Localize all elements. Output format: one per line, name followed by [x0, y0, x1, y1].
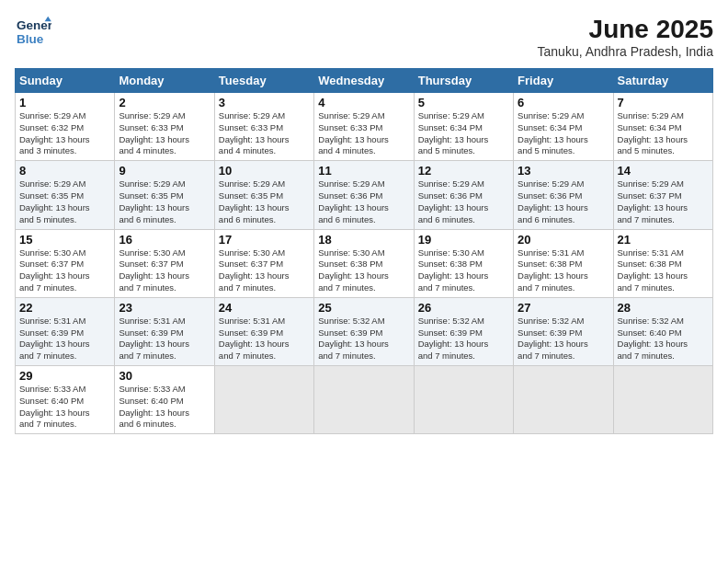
day-info: Sunrise: 5:29 AMSunset: 6:33 PMDaylight:…: [219, 110, 310, 157]
table-row: 12Sunrise: 5:29 AMSunset: 6:36 PMDayligh…: [414, 161, 513, 229]
table-row: 2Sunrise: 5:29 AMSunset: 6:33 PMDaylight…: [115, 93, 214, 161]
day-number: 10: [219, 164, 310, 178]
day-info: Sunrise: 5:29 AMSunset: 6:32 PMDaylight:…: [19, 110, 110, 157]
day-number: 16: [119, 233, 210, 247]
page: General Blue June 2025 Tanuku, Andhra Pr…: [0, 0, 728, 563]
day-number: 13: [518, 164, 609, 178]
header-sunday: Sunday: [16, 69, 115, 93]
svg-text:Blue: Blue: [17, 32, 44, 46]
day-number: 3: [219, 96, 310, 109]
day-number: 29: [19, 369, 110, 383]
logo: General Blue: [15, 15, 51, 48]
day-number: 22: [19, 301, 110, 315]
table-row: 29Sunrise: 5:33 AMSunset: 6:40 PMDayligh…: [16, 366, 115, 434]
day-info: Sunrise: 5:30 AMSunset: 6:37 PMDaylight:…: [119, 247, 210, 294]
table-row: 23Sunrise: 5:31 AMSunset: 6:39 PMDayligh…: [115, 297, 214, 365]
header-saturday: Saturday: [613, 69, 712, 93]
day-number: 14: [618, 164, 709, 178]
table-row: 11Sunrise: 5:29 AMSunset: 6:36 PMDayligh…: [314, 161, 414, 229]
table-row: 10Sunrise: 5:29 AMSunset: 6:35 PMDayligh…: [214, 161, 313, 229]
table-row: 20Sunrise: 5:31 AMSunset: 6:38 PMDayligh…: [514, 229, 613, 297]
table-row: 7Sunrise: 5:29 AMSunset: 6:34 PMDaylight…: [613, 93, 712, 161]
day-info: Sunrise: 5:29 AMSunset: 6:36 PMDaylight:…: [318, 178, 409, 225]
table-row: 6Sunrise: 5:29 AMSunset: 6:34 PMDaylight…: [514, 93, 613, 161]
table-row: 9Sunrise: 5:29 AMSunset: 6:35 PMDaylight…: [115, 161, 214, 229]
day-info: Sunrise: 5:29 AMSunset: 6:33 PMDaylight:…: [119, 110, 210, 157]
day-number: 17: [219, 233, 310, 247]
day-info: Sunrise: 5:33 AMSunset: 6:40 PMDaylight:…: [119, 384, 210, 431]
day-info: Sunrise: 5:30 AMSunset: 6:37 PMDaylight:…: [219, 247, 310, 294]
day-number: 4: [318, 96, 409, 109]
day-info: Sunrise: 5:31 AMSunset: 6:39 PMDaylight:…: [119, 316, 210, 362]
day-number: 15: [19, 233, 110, 247]
day-number: 18: [318, 233, 409, 247]
subtitle: Tanuku, Andhra Pradesh, India: [538, 44, 713, 59]
header-friday: Friday: [514, 69, 613, 93]
header-wednesday: Wednesday: [314, 69, 414, 93]
day-number: 9: [119, 164, 210, 178]
day-info: Sunrise: 5:31 AMSunset: 6:38 PMDaylight:…: [518, 247, 609, 294]
day-info: Sunrise: 5:29 AMSunset: 6:37 PMDaylight:…: [618, 178, 709, 225]
table-row: 19Sunrise: 5:30 AMSunset: 6:38 PMDayligh…: [414, 229, 513, 297]
table-row: 5Sunrise: 5:29 AMSunset: 6:34 PMDaylight…: [414, 93, 513, 161]
day-info: Sunrise: 5:29 AMSunset: 6:35 PMDaylight:…: [119, 178, 210, 225]
day-info: Sunrise: 5:33 AMSunset: 6:40 PMDaylight:…: [19, 384, 110, 431]
day-number: 28: [618, 301, 709, 315]
day-number: 1: [19, 96, 110, 109]
table-row: 4Sunrise: 5:29 AMSunset: 6:33 PMDaylight…: [314, 93, 414, 161]
day-info: Sunrise: 5:30 AMSunset: 6:38 PMDaylight:…: [418, 247, 509, 294]
header-tuesday: Tuesday: [214, 69, 313, 93]
day-info: Sunrise: 5:29 AMSunset: 6:34 PMDaylight:…: [518, 110, 609, 157]
calendar-week-3: 15Sunrise: 5:30 AMSunset: 6:37 PMDayligh…: [16, 229, 713, 297]
day-info: Sunrise: 5:29 AMSunset: 6:35 PMDaylight:…: [219, 178, 310, 225]
table-row: 17Sunrise: 5:30 AMSunset: 6:37 PMDayligh…: [214, 229, 313, 297]
day-info: Sunrise: 5:30 AMSunset: 6:38 PMDaylight:…: [318, 247, 409, 294]
day-info: Sunrise: 5:29 AMSunset: 6:36 PMDaylight:…: [418, 178, 509, 225]
header-thursday: Thursday: [414, 69, 513, 93]
calendar-week-4: 22Sunrise: 5:31 AMSunset: 6:39 PMDayligh…: [16, 297, 713, 365]
table-row: 14Sunrise: 5:29 AMSunset: 6:37 PMDayligh…: [613, 161, 712, 229]
day-info: Sunrise: 5:31 AMSunset: 6:39 PMDaylight:…: [19, 316, 110, 362]
day-number: 26: [418, 301, 509, 315]
calendar-table: Sunday Monday Tuesday Wednesday Thursday…: [15, 68, 713, 434]
day-info: Sunrise: 5:29 AMSunset: 6:34 PMDaylight:…: [418, 110, 509, 157]
table-row: [314, 366, 414, 434]
table-row: 15Sunrise: 5:30 AMSunset: 6:37 PMDayligh…: [16, 229, 115, 297]
day-info: Sunrise: 5:31 AMSunset: 6:39 PMDaylight:…: [219, 316, 310, 362]
day-number: 25: [318, 301, 409, 315]
day-info: Sunrise: 5:29 AMSunset: 6:33 PMDaylight:…: [318, 110, 409, 157]
day-number: 2: [119, 96, 210, 109]
day-number: 23: [119, 301, 210, 315]
day-info: Sunrise: 5:31 AMSunset: 6:38 PMDaylight:…: [618, 247, 709, 294]
table-row: [514, 366, 613, 434]
main-title: June 2025: [538, 15, 713, 44]
day-number: 5: [418, 96, 509, 109]
day-number: 21: [618, 233, 709, 247]
table-row: 26Sunrise: 5:32 AMSunset: 6:39 PMDayligh…: [414, 297, 513, 365]
table-row: 24Sunrise: 5:31 AMSunset: 6:39 PMDayligh…: [214, 297, 313, 365]
day-info: Sunrise: 5:29 AMSunset: 6:35 PMDaylight:…: [19, 178, 110, 225]
header: General Blue June 2025 Tanuku, Andhra Pr…: [15, 15, 713, 59]
day-number: 20: [518, 233, 609, 247]
day-info: Sunrise: 5:32 AMSunset: 6:39 PMDaylight:…: [318, 316, 409, 362]
table-row: 1Sunrise: 5:29 AMSunset: 6:32 PMDaylight…: [16, 93, 115, 161]
day-number: 6: [518, 96, 609, 109]
calendar-week-5: 29Sunrise: 5:33 AMSunset: 6:40 PMDayligh…: [16, 366, 713, 434]
day-number: 12: [418, 164, 509, 178]
table-row: 30Sunrise: 5:33 AMSunset: 6:40 PMDayligh…: [115, 366, 214, 434]
day-info: Sunrise: 5:32 AMSunset: 6:39 PMDaylight:…: [418, 316, 509, 362]
table-row: 8Sunrise: 5:29 AMSunset: 6:35 PMDaylight…: [16, 161, 115, 229]
day-number: 30: [119, 369, 210, 383]
day-info: Sunrise: 5:29 AMSunset: 6:36 PMDaylight:…: [518, 178, 609, 225]
weekday-header-row: Sunday Monday Tuesday Wednesday Thursday…: [16, 69, 713, 93]
table-row: [613, 366, 712, 434]
table-row: 21Sunrise: 5:31 AMSunset: 6:38 PMDayligh…: [613, 229, 712, 297]
table-row: 3Sunrise: 5:29 AMSunset: 6:33 PMDaylight…: [214, 93, 313, 161]
day-number: 27: [518, 301, 609, 315]
table-row: 22Sunrise: 5:31 AMSunset: 6:39 PMDayligh…: [16, 297, 115, 365]
table-row: 28Sunrise: 5:32 AMSunset: 6:40 PMDayligh…: [613, 297, 712, 365]
table-row: [214, 366, 313, 434]
day-info: Sunrise: 5:30 AMSunset: 6:37 PMDaylight:…: [19, 247, 110, 294]
table-row: 27Sunrise: 5:32 AMSunset: 6:39 PMDayligh…: [514, 297, 613, 365]
table-row: 25Sunrise: 5:32 AMSunset: 6:39 PMDayligh…: [314, 297, 414, 365]
